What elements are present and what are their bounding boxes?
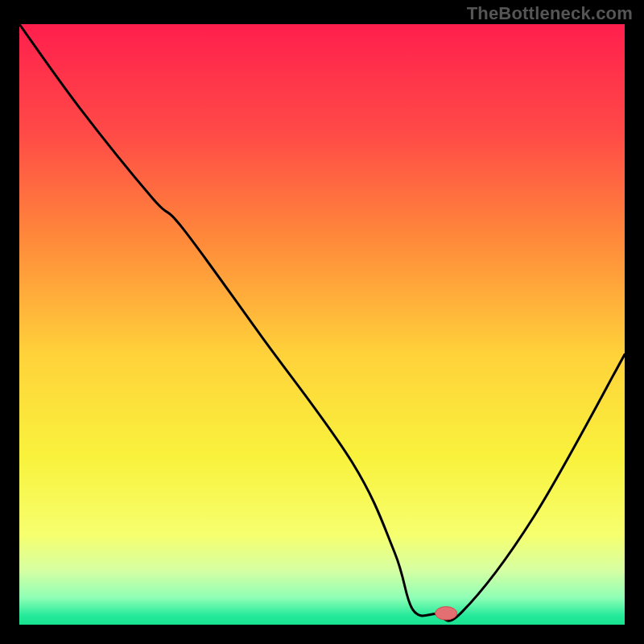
chart-svg — [19, 24, 625, 625]
heat-background — [19, 24, 625, 625]
plot-area — [19, 24, 625, 625]
watermark-text: TheBottleneck.com — [467, 3, 633, 24]
optimum-marker — [436, 607, 457, 620]
chart-frame: TheBottleneck.com — [0, 0, 644, 644]
